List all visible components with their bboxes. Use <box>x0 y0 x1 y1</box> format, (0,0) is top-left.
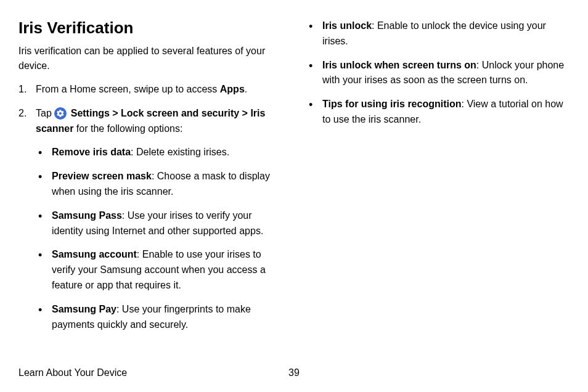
list-item: Samsung Pass: Use your irises to verify … <box>36 208 282 239</box>
option-desc: : Delete existing irises. <box>131 147 229 157</box>
right-column: Iris unlock: Enable to unlock the device… <box>306 18 570 341</box>
list-item: Tips for using iris recognition: View a … <box>306 97 570 128</box>
step-2: 2. Tap Settings > Lock screen and securi… <box>18 106 282 333</box>
page-footer: Learn About Your Device 39 <box>18 367 570 378</box>
chevron-icon: > <box>239 108 250 118</box>
step-suffix: . <box>245 84 247 94</box>
step-list: 1. From a Home screen, swipe up to acces… <box>18 82 282 332</box>
options-list-left: Remove iris data: Delete existing irises… <box>36 145 282 332</box>
page-number: 39 <box>288 367 300 378</box>
step-text: From a Home screen, swipe up to access <box>36 84 220 94</box>
list-item: Samsung Pay: Use your fingerprints to ma… <box>36 302 282 333</box>
footer-section: Learn About Your Device <box>18 367 127 378</box>
step-1: 1. From a Home screen, swipe up to acces… <box>18 82 282 97</box>
list-item: Remove iris data: Delete existing irises… <box>36 145 282 160</box>
option-title: Iris unlock <box>322 20 372 31</box>
option-title: Samsung account <box>52 249 137 259</box>
list-item: Iris unlock: Enable to unlock the device… <box>306 18 570 49</box>
list-item: Iris unlock when screen turns on: Unlock… <box>306 58 570 89</box>
option-title: Tips for using iris recognition <box>322 99 462 109</box>
step-number: 2. <box>18 106 27 121</box>
chevron-icon: > <box>110 108 121 118</box>
heading: Iris Verification <box>18 18 282 38</box>
list-item: Preview screen mask: Choose a mask to di… <box>36 169 282 200</box>
settings-label: Settings <box>71 108 110 118</box>
options-list-right: Iris unlock: Enable to unlock the device… <box>306 18 570 128</box>
settings-icon <box>54 107 67 120</box>
option-title: Iris unlock when screen turns on <box>322 60 476 70</box>
step-number: 1. <box>18 82 27 97</box>
apps-label: Apps <box>220 84 245 94</box>
page-content: Iris Verification Iris verification can … <box>18 18 570 341</box>
left-column: Iris Verification Iris verification can … <box>18 18 282 341</box>
option-title: Preview screen mask <box>52 171 152 181</box>
option-title: Samsung Pass <box>52 210 122 221</box>
list-item: Samsung account: Enable to use your iris… <box>36 247 282 293</box>
tap-text: Tap <box>36 108 54 118</box>
option-title: Remove iris data <box>52 147 131 157</box>
option-title: Samsung Pay <box>52 304 116 314</box>
intro-text: Iris verification can be applied to seve… <box>18 44 282 73</box>
lock-screen-label: Lock screen and security <box>121 108 239 118</box>
step-tail: for the following options: <box>73 123 182 134</box>
